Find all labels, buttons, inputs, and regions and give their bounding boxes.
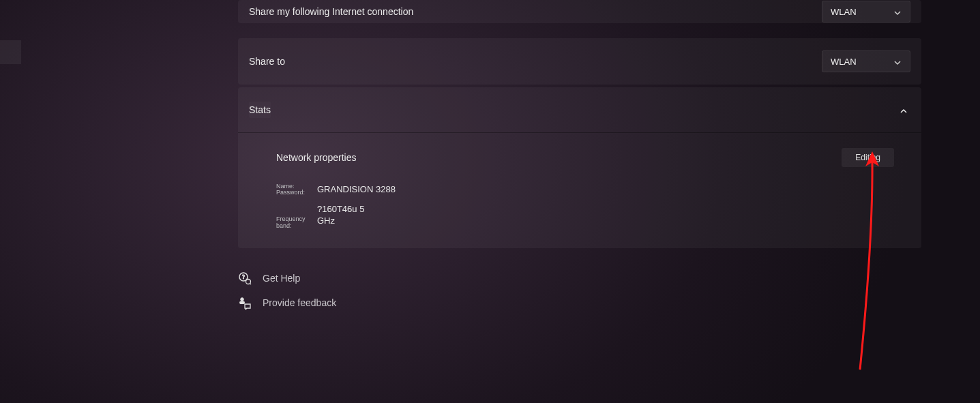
prop-label-password: Password:: [276, 190, 314, 196]
prop-labels-2: Frequency band:: [276, 216, 314, 229]
provide-feedback-link[interactable]: Provide feedback: [238, 296, 921, 310]
prop-values-2: ?160T46u 5: [317, 203, 894, 215]
stats-body: Network properties Editing Name: Passwor…: [238, 133, 921, 248]
left-edge-tab: [0, 40, 21, 64]
get-help-link[interactable]: ? Get Help: [238, 271, 921, 285]
feedback-icon: [238, 296, 252, 310]
stats-card: Stats Network properties Editing Name: P…: [238, 87, 921, 248]
chevron-down-icon: [893, 57, 902, 65]
prop-value-freq: GHz: [317, 215, 894, 227]
prop-label-freq: Frequency band:: [276, 216, 314, 229]
share-to-label: Share to: [249, 56, 285, 67]
prop-values-1: GRANDISION 3288: [317, 183, 894, 196]
stats-title: Stats: [249, 102, 271, 118]
footer-links: ? Get Help Provide feedback: [238, 271, 921, 310]
share-to-value: WLAN: [831, 57, 857, 67]
chevron-up-icon: [900, 106, 908, 114]
prop-values-3: GHz: [317, 215, 894, 227]
share-source-card: Share my following Internet connection W…: [238, 0, 921, 23]
share-source-label: Share my following Internet connection: [249, 6, 413, 17]
network-properties-header: Network properties Editing: [276, 148, 894, 167]
prop-value-name: GRANDISION 3288: [317, 183, 894, 196]
stats-header[interactable]: Stats: [238, 87, 921, 133]
edit-button[interactable]: Editing: [842, 148, 894, 167]
share-to-card: Share to WLAN: [238, 38, 921, 85]
share-to-row: Share to WLAN: [238, 38, 921, 85]
svg-point-4: [241, 298, 244, 301]
share-to-dropdown[interactable]: WLAN: [822, 50, 910, 72]
chevron-down-icon: [893, 8, 902, 16]
network-properties-grid: Name: Password: GRANDISION 3288 ?160T46u…: [276, 183, 894, 229]
get-help-text: Get Help: [263, 273, 300, 284]
prop-value-password: ?160T46u 5: [317, 203, 894, 215]
share-source-row: Share my following Internet connection W…: [238, 0, 921, 23]
prop-labels-1: Name: Password:: [276, 183, 314, 196]
network-properties-title: Network properties: [276, 152, 357, 163]
svg-rect-5: [240, 301, 245, 304]
svg-line-3: [250, 283, 251, 284]
settings-content: Share my following Internet connection W…: [238, 0, 921, 310]
help-icon: ?: [238, 271, 252, 285]
share-source-dropdown[interactable]: WLAN: [822, 1, 910, 23]
svg-text:?: ?: [242, 274, 245, 280]
share-source-value: WLAN: [831, 7, 857, 17]
provide-feedback-text: Provide feedback: [263, 297, 336, 308]
